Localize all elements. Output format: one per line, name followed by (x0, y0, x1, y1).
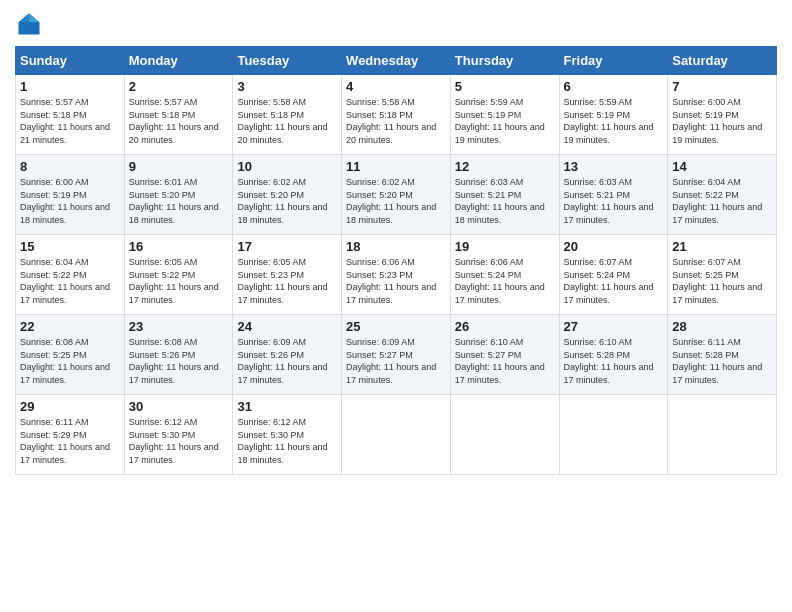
day-cell: 4Sunrise: 5:58 AMSunset: 5:18 PMDaylight… (342, 75, 451, 155)
day-cell: 14Sunrise: 6:04 AMSunset: 5:22 PMDayligh… (668, 155, 777, 235)
day-cell (559, 395, 668, 475)
day-cell: 28Sunrise: 6:11 AMSunset: 5:28 PMDayligh… (668, 315, 777, 395)
cell-content: Sunrise: 6:01 AMSunset: 5:20 PMDaylight:… (129, 177, 219, 225)
day-number: 25 (346, 319, 446, 334)
cell-content: Sunrise: 5:58 AMSunset: 5:18 PMDaylight:… (346, 97, 436, 145)
day-cell: 9Sunrise: 6:01 AMSunset: 5:20 PMDaylight… (124, 155, 233, 235)
cell-content: Sunrise: 6:08 AMSunset: 5:26 PMDaylight:… (129, 337, 219, 385)
cell-content: Sunrise: 6:00 AMSunset: 5:19 PMDaylight:… (20, 177, 110, 225)
day-cell: 18Sunrise: 6:06 AMSunset: 5:23 PMDayligh… (342, 235, 451, 315)
cell-content: Sunrise: 6:10 AMSunset: 5:28 PMDaylight:… (564, 337, 654, 385)
svg-marker-1 (29, 14, 40, 23)
day-cell: 6Sunrise: 5:59 AMSunset: 5:19 PMDaylight… (559, 75, 668, 155)
day-cell: 24Sunrise: 6:09 AMSunset: 5:26 PMDayligh… (233, 315, 342, 395)
cell-content: Sunrise: 6:07 AMSunset: 5:25 PMDaylight:… (672, 257, 762, 305)
day-header-friday: Friday (559, 47, 668, 75)
day-number: 16 (129, 239, 229, 254)
day-number: 29 (20, 399, 120, 414)
day-cell: 23Sunrise: 6:08 AMSunset: 5:26 PMDayligh… (124, 315, 233, 395)
day-cell: 19Sunrise: 6:06 AMSunset: 5:24 PMDayligh… (450, 235, 559, 315)
cell-content: Sunrise: 6:12 AMSunset: 5:30 PMDaylight:… (129, 417, 219, 465)
cell-content: Sunrise: 6:02 AMSunset: 5:20 PMDaylight:… (346, 177, 436, 225)
day-number: 19 (455, 239, 555, 254)
day-number: 18 (346, 239, 446, 254)
day-number: 17 (237, 239, 337, 254)
cell-content: Sunrise: 5:57 AMSunset: 5:18 PMDaylight:… (129, 97, 219, 145)
cell-content: Sunrise: 6:04 AMSunset: 5:22 PMDaylight:… (20, 257, 110, 305)
cell-content: Sunrise: 6:10 AMSunset: 5:27 PMDaylight:… (455, 337, 545, 385)
cell-content: Sunrise: 6:07 AMSunset: 5:24 PMDaylight:… (564, 257, 654, 305)
header-row: SundayMondayTuesdayWednesdayThursdayFrid… (16, 47, 777, 75)
day-cell: 2Sunrise: 5:57 AMSunset: 5:18 PMDaylight… (124, 75, 233, 155)
day-cell: 7Sunrise: 6:00 AMSunset: 5:19 PMDaylight… (668, 75, 777, 155)
day-number: 22 (20, 319, 120, 334)
calendar-table: SundayMondayTuesdayWednesdayThursdayFrid… (15, 46, 777, 475)
cell-content: Sunrise: 6:12 AMSunset: 5:30 PMDaylight:… (237, 417, 327, 465)
day-number: 14 (672, 159, 772, 174)
cell-content: Sunrise: 5:57 AMSunset: 5:18 PMDaylight:… (20, 97, 110, 145)
day-cell (668, 395, 777, 475)
day-cell: 8Sunrise: 6:00 AMSunset: 5:19 PMDaylight… (16, 155, 125, 235)
cell-content: Sunrise: 6:09 AMSunset: 5:26 PMDaylight:… (237, 337, 327, 385)
day-number: 23 (129, 319, 229, 334)
day-header-tuesday: Tuesday (233, 47, 342, 75)
day-number: 15 (20, 239, 120, 254)
day-number: 30 (129, 399, 229, 414)
week-row-5: 29Sunrise: 6:11 AMSunset: 5:29 PMDayligh… (16, 395, 777, 475)
cell-content: Sunrise: 6:03 AMSunset: 5:21 PMDaylight:… (455, 177, 545, 225)
day-cell: 3Sunrise: 5:58 AMSunset: 5:18 PMDaylight… (233, 75, 342, 155)
day-cell: 15Sunrise: 6:04 AMSunset: 5:22 PMDayligh… (16, 235, 125, 315)
day-number: 12 (455, 159, 555, 174)
cell-content: Sunrise: 6:05 AMSunset: 5:22 PMDaylight:… (129, 257, 219, 305)
page: SundayMondayTuesdayWednesdayThursdayFrid… (0, 0, 792, 612)
day-number: 3 (237, 79, 337, 94)
cell-content: Sunrise: 5:59 AMSunset: 5:19 PMDaylight:… (455, 97, 545, 145)
day-header-wednesday: Wednesday (342, 47, 451, 75)
week-row-4: 22Sunrise: 6:08 AMSunset: 5:25 PMDayligh… (16, 315, 777, 395)
cell-content: Sunrise: 6:05 AMSunset: 5:23 PMDaylight:… (237, 257, 327, 305)
day-cell: 27Sunrise: 6:10 AMSunset: 5:28 PMDayligh… (559, 315, 668, 395)
cell-content: Sunrise: 6:06 AMSunset: 5:23 PMDaylight:… (346, 257, 436, 305)
day-header-thursday: Thursday (450, 47, 559, 75)
cell-content: Sunrise: 5:59 AMSunset: 5:19 PMDaylight:… (564, 97, 654, 145)
day-number: 27 (564, 319, 664, 334)
day-number: 31 (237, 399, 337, 414)
day-cell: 22Sunrise: 6:08 AMSunset: 5:25 PMDayligh… (16, 315, 125, 395)
day-cell: 31Sunrise: 6:12 AMSunset: 5:30 PMDayligh… (233, 395, 342, 475)
day-cell: 30Sunrise: 6:12 AMSunset: 5:30 PMDayligh… (124, 395, 233, 475)
day-number: 24 (237, 319, 337, 334)
day-number: 28 (672, 319, 772, 334)
day-number: 10 (237, 159, 337, 174)
day-cell (342, 395, 451, 475)
day-cell: 25Sunrise: 6:09 AMSunset: 5:27 PMDayligh… (342, 315, 451, 395)
cell-content: Sunrise: 6:11 AMSunset: 5:28 PMDaylight:… (672, 337, 762, 385)
day-cell: 11Sunrise: 6:02 AMSunset: 5:20 PMDayligh… (342, 155, 451, 235)
day-cell (450, 395, 559, 475)
day-number: 7 (672, 79, 772, 94)
cell-content: Sunrise: 6:00 AMSunset: 5:19 PMDaylight:… (672, 97, 762, 145)
cell-content: Sunrise: 6:06 AMSunset: 5:24 PMDaylight:… (455, 257, 545, 305)
day-header-saturday: Saturday (668, 47, 777, 75)
day-number: 2 (129, 79, 229, 94)
day-header-monday: Monday (124, 47, 233, 75)
day-number: 1 (20, 79, 120, 94)
day-cell: 17Sunrise: 6:05 AMSunset: 5:23 PMDayligh… (233, 235, 342, 315)
day-cell: 26Sunrise: 6:10 AMSunset: 5:27 PMDayligh… (450, 315, 559, 395)
cell-content: Sunrise: 5:58 AMSunset: 5:18 PMDaylight:… (237, 97, 327, 145)
week-row-2: 8Sunrise: 6:00 AMSunset: 5:19 PMDaylight… (16, 155, 777, 235)
day-cell: 29Sunrise: 6:11 AMSunset: 5:29 PMDayligh… (16, 395, 125, 475)
day-cell: 10Sunrise: 6:02 AMSunset: 5:20 PMDayligh… (233, 155, 342, 235)
cell-content: Sunrise: 6:11 AMSunset: 5:29 PMDaylight:… (20, 417, 110, 465)
svg-marker-2 (19, 14, 30, 23)
cell-content: Sunrise: 6:09 AMSunset: 5:27 PMDaylight:… (346, 337, 436, 385)
day-number: 6 (564, 79, 664, 94)
day-cell: 20Sunrise: 6:07 AMSunset: 5:24 PMDayligh… (559, 235, 668, 315)
day-number: 4 (346, 79, 446, 94)
cell-content: Sunrise: 6:02 AMSunset: 5:20 PMDaylight:… (237, 177, 327, 225)
cell-content: Sunrise: 6:03 AMSunset: 5:21 PMDaylight:… (564, 177, 654, 225)
day-number: 21 (672, 239, 772, 254)
logo (15, 10, 47, 38)
day-cell: 13Sunrise: 6:03 AMSunset: 5:21 PMDayligh… (559, 155, 668, 235)
day-number: 8 (20, 159, 120, 174)
day-number: 5 (455, 79, 555, 94)
